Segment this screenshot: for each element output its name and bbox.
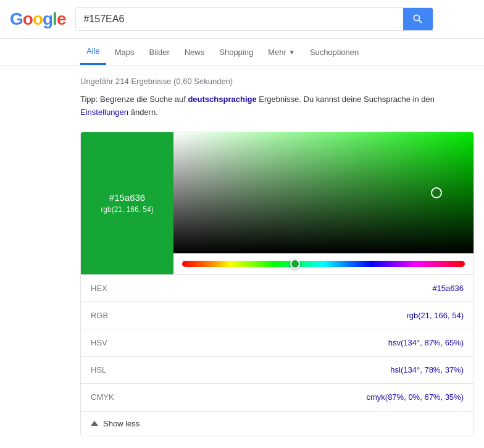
color-info: HEX #15a636 RGB rgb(21, 166, 54) HSV hsv… (81, 274, 474, 411)
tab-maps[interactable]: Maps (109, 40, 141, 64)
color-picker-area: #15a636 rgb(21, 166, 54) (81, 132, 474, 274)
swatch-rgb: rgb(21, 166, 54) (101, 205, 153, 214)
search-input[interactable] (76, 8, 403, 30)
logo-letter-g1: G (10, 9, 23, 28)
chevron-down-icon: ▼ (289, 49, 295, 56)
gradient-cursor[interactable] (431, 187, 442, 198)
logo-letter-l: l (52, 9, 57, 28)
search-button[interactable] (403, 8, 433, 30)
hex-value: #15a636 (432, 284, 464, 293)
logo-letter-o1: o (23, 9, 33, 28)
color-row-hsl: HSL hsl(134°, 78%, 37%) (81, 357, 474, 384)
color-swatch: #15a636 rgb(21, 166, 54) (81, 132, 173, 274)
main-content: Ungefähr 214 Ergebnisse (0,60 Sekunden) … (0, 66, 484, 447)
tab-shopping[interactable]: Shopping (213, 40, 259, 64)
cmyk-label: CMYK (91, 392, 128, 402)
hue-slider-container (173, 253, 474, 274)
show-less-label: Show less (103, 419, 140, 428)
hex-label: HEX (91, 284, 128, 293)
nav-tabs: Alle Maps Bilder News Shopping Mehr ▼ Su… (0, 39, 484, 66)
header: Google (0, 0, 484, 39)
tab-mehr[interactable]: Mehr ▼ (262, 40, 301, 64)
gradient-picker (173, 132, 474, 274)
tab-alle[interactable]: Alle (80, 39, 106, 65)
rgb-label: RGB (91, 311, 128, 320)
tip-link-einstellungen[interactable]: Einstellungen (80, 108, 128, 117)
search-bar (75, 7, 433, 31)
hue-thumb[interactable] (290, 259, 300, 269)
logo-letter-e: e (57, 9, 66, 28)
google-logo: Google (10, 9, 65, 29)
color-row-hex: HEX #15a636 (81, 275, 474, 302)
chevron-up-icon (91, 421, 98, 426)
hsl-label: HSL (91, 365, 128, 374)
cmyk-value: cmyk(87%, 0%, 67%, 35%) (366, 392, 464, 402)
color-row-cmyk: CMYK cmyk(87%, 0%, 67%, 35%) (81, 384, 474, 411)
hsv-value: hsv(134°, 87%, 65%) (388, 338, 464, 347)
color-widget: #15a636 rgb(21, 166, 54) HEX #15a636 (80, 132, 474, 436)
hsv-label: HSV (91, 338, 128, 347)
color-row-rgb: RGB rgb(21, 166, 54) (81, 302, 474, 329)
search-icon (412, 13, 424, 25)
tab-suchoptionen[interactable]: Suchoptionen (304, 40, 365, 64)
tab-bilder[interactable]: Bilder (143, 40, 175, 64)
show-less-row[interactable]: Show less (81, 411, 474, 436)
tip-link-deutschsprachige[interactable]: deutschsprachige (188, 95, 256, 104)
result-stats: Ungefähr 214 Ergebnisse (0,60 Sekunden) (80, 77, 474, 86)
hsl-value: hsl(134°, 78%, 37%) (390, 365, 464, 374)
logo-letter-o2: o (33, 9, 43, 28)
color-row-hsv: HSV hsv(134°, 87%, 65%) (81, 329, 474, 357)
swatch-hex: #15a636 (109, 192, 145, 203)
hue-slider[interactable] (182, 261, 465, 267)
tip-text: Tipp: Begrenze die Suche auf deutschspra… (80, 93, 474, 119)
logo-letter-g2: g (43, 9, 52, 28)
gradient-canvas[interactable] (173, 132, 474, 253)
rgb-value: rgb(21, 166, 54) (406, 311, 464, 320)
tab-news[interactable]: News (178, 40, 211, 64)
